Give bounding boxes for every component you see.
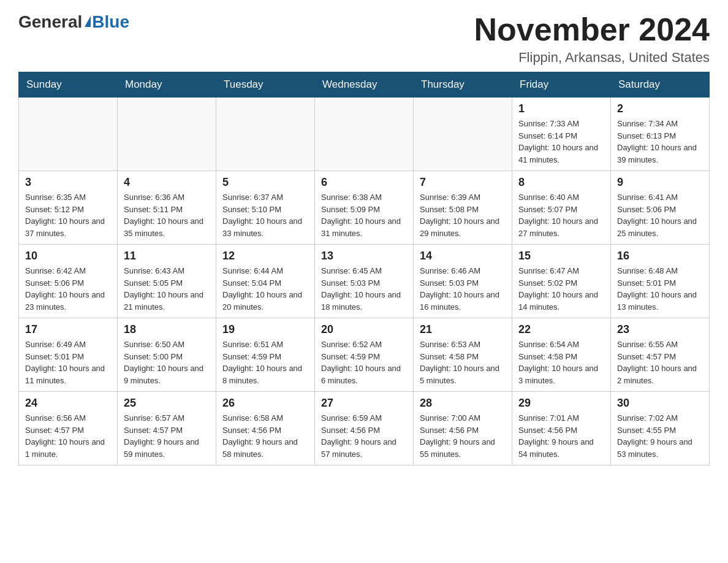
day-info: Sunrise: 6:51 AMSunset: 4:59 PMDaylight:… [222, 339, 308, 386]
day-info: Sunrise: 6:36 AMSunset: 5:11 PMDaylight:… [124, 191, 210, 239]
calendar-cell: 15Sunrise: 6:47 AMSunset: 5:02 PMDayligh… [512, 245, 611, 318]
day-info: Sunrise: 6:59 AMSunset: 4:56 PMDaylight:… [321, 412, 407, 460]
calendar-cell: 17Sunrise: 6:49 AMSunset: 5:01 PMDayligh… [19, 318, 118, 392]
calendar-cell: 6Sunrise: 6:38 AMSunset: 5:09 PMDaylight… [315, 171, 414, 245]
calendar-cell: 11Sunrise: 6:43 AMSunset: 5:05 PMDayligh… [118, 245, 216, 318]
day-number: 30 [617, 397, 703, 410]
calendar-cell: 4Sunrise: 6:36 AMSunset: 5:11 PMDaylight… [118, 171, 216, 245]
day-number: 26 [222, 397, 308, 410]
day-number: 21 [420, 323, 506, 336]
day-number: 29 [518, 397, 604, 410]
calendar-cell: 5Sunrise: 6:37 AMSunset: 5:10 PMDaylight… [216, 171, 315, 245]
day-number: 24 [25, 397, 111, 410]
day-info: Sunrise: 6:46 AMSunset: 5:03 PMDaylight:… [420, 265, 506, 313]
day-number: 15 [518, 250, 604, 262]
day-number: 10 [25, 250, 111, 262]
day-info: Sunrise: 7:01 AMSunset: 4:56 PMDaylight:… [518, 412, 604, 460]
day-number: 8 [518, 176, 604, 189]
day-number: 18 [124, 323, 210, 336]
calendar-cell: 22Sunrise: 6:54 AMSunset: 4:58 PMDayligh… [512, 318, 611, 392]
week-row-3: 10Sunrise: 6:42 AMSunset: 5:06 PMDayligh… [19, 245, 710, 318]
day-info: Sunrise: 6:48 AMSunset: 5:01 PMDaylight:… [617, 265, 703, 313]
weekday-header-monday: Monday [118, 72, 216, 98]
location-title: Flippin, Arkansas, United States [474, 50, 710, 66]
week-row-4: 17Sunrise: 6:49 AMSunset: 5:01 PMDayligh… [19, 318, 710, 392]
calendar-cell: 8Sunrise: 6:40 AMSunset: 5:07 PMDaylight… [512, 171, 611, 245]
day-number: 9 [617, 176, 703, 189]
calendar-cell: 16Sunrise: 6:48 AMSunset: 5:01 PMDayligh… [611, 245, 710, 318]
day-number: 2 [617, 102, 703, 115]
day-info: Sunrise: 6:35 AMSunset: 5:12 PMDaylight:… [25, 191, 111, 239]
calendar-cell: 1Sunrise: 7:33 AMSunset: 6:14 PMDaylight… [512, 98, 611, 171]
calendar-cell: 24Sunrise: 6:56 AMSunset: 4:57 PMDayligh… [19, 392, 118, 465]
day-number: 28 [420, 397, 506, 410]
day-info: Sunrise: 6:50 AMSunset: 5:00 PMDaylight:… [124, 339, 210, 386]
calendar-cell [315, 98, 414, 171]
day-number: 23 [617, 323, 703, 336]
day-info: Sunrise: 6:37 AMSunset: 5:10 PMDaylight:… [222, 191, 308, 239]
day-number: 16 [617, 250, 703, 262]
day-info: Sunrise: 6:42 AMSunset: 5:06 PMDaylight:… [25, 265, 111, 313]
day-info: Sunrise: 7:00 AMSunset: 4:56 PMDaylight:… [420, 412, 506, 460]
calendar-cell: 14Sunrise: 6:46 AMSunset: 5:03 PMDayligh… [414, 245, 512, 318]
day-info: Sunrise: 6:56 AMSunset: 4:57 PMDaylight:… [25, 412, 111, 460]
calendar-cell: 2Sunrise: 7:34 AMSunset: 6:13 PMDaylight… [611, 98, 710, 171]
day-number: 5 [222, 176, 308, 189]
day-info: Sunrise: 6:54 AMSunset: 4:58 PMDaylight:… [518, 339, 604, 386]
day-number: 19 [222, 323, 308, 336]
calendar-cell: 10Sunrise: 6:42 AMSunset: 5:06 PMDayligh… [19, 245, 118, 318]
calendar-cell: 28Sunrise: 7:00 AMSunset: 4:56 PMDayligh… [414, 392, 512, 465]
calendar-cell: 13Sunrise: 6:45 AMSunset: 5:03 PMDayligh… [315, 245, 414, 318]
calendar-cell: 20Sunrise: 6:52 AMSunset: 4:59 PMDayligh… [315, 318, 414, 392]
month-title: November 2024 [474, 12, 710, 47]
day-info: Sunrise: 6:52 AMSunset: 4:59 PMDaylight:… [321, 339, 407, 386]
calendar-cell: 25Sunrise: 6:57 AMSunset: 4:57 PMDayligh… [118, 392, 216, 465]
day-info: Sunrise: 6:53 AMSunset: 4:58 PMDaylight:… [420, 339, 506, 386]
day-number: 25 [124, 397, 210, 410]
day-number: 4 [124, 176, 210, 189]
logo-general-text: General [18, 12, 82, 32]
day-info: Sunrise: 7:34 AMSunset: 6:13 PMDaylight:… [617, 118, 703, 166]
day-number: 14 [420, 250, 506, 262]
day-info: Sunrise: 6:44 AMSunset: 5:04 PMDaylight:… [222, 265, 308, 313]
day-number: 20 [321, 323, 407, 336]
calendar-cell: 3Sunrise: 6:35 AMSunset: 5:12 PMDaylight… [19, 171, 118, 245]
day-info: Sunrise: 6:38 AMSunset: 5:09 PMDaylight:… [321, 191, 407, 239]
day-info: Sunrise: 6:40 AMSunset: 5:07 PMDaylight:… [518, 191, 604, 239]
week-row-2: 3Sunrise: 6:35 AMSunset: 5:12 PMDaylight… [19, 171, 710, 245]
calendar-cell: 27Sunrise: 6:59 AMSunset: 4:56 PMDayligh… [315, 392, 414, 465]
weekday-header-tuesday: Tuesday [216, 72, 315, 98]
logo: General Blue [18, 12, 129, 32]
day-info: Sunrise: 6:57 AMSunset: 4:57 PMDaylight:… [124, 412, 210, 460]
calendar-cell [118, 98, 216, 171]
logo-blue-text: Blue [92, 12, 129, 32]
page-header: General Blue November 2024 Flippin, Arka… [18, 12, 710, 66]
day-number: 1 [518, 102, 604, 115]
day-number: 13 [321, 250, 407, 262]
day-info: Sunrise: 6:45 AMSunset: 5:03 PMDaylight:… [321, 265, 407, 313]
weekday-header-thursday: Thursday [414, 72, 512, 98]
day-number: 3 [25, 176, 111, 189]
day-number: 17 [25, 323, 111, 336]
weekday-header-sunday: Sunday [19, 72, 118, 98]
day-info: Sunrise: 6:43 AMSunset: 5:05 PMDaylight:… [124, 265, 210, 313]
week-row-1: 1Sunrise: 7:33 AMSunset: 6:14 PMDaylight… [19, 98, 710, 171]
day-number: 27 [321, 397, 407, 410]
calendar-cell: 30Sunrise: 7:02 AMSunset: 4:55 PMDayligh… [611, 392, 710, 465]
day-info: Sunrise: 6:58 AMSunset: 4:56 PMDaylight:… [222, 412, 308, 460]
day-number: 22 [518, 323, 604, 336]
weekday-header-friday: Friday [512, 72, 611, 98]
calendar-cell: 7Sunrise: 6:39 AMSunset: 5:08 PMDaylight… [414, 171, 512, 245]
calendar-cell: 9Sunrise: 6:41 AMSunset: 5:06 PMDaylight… [611, 171, 710, 245]
weekday-header-saturday: Saturday [611, 72, 710, 98]
calendar-cell [216, 98, 315, 171]
day-info: Sunrise: 6:49 AMSunset: 5:01 PMDaylight:… [25, 339, 111, 386]
calendar-cell: 18Sunrise: 6:50 AMSunset: 5:00 PMDayligh… [118, 318, 216, 392]
day-info: Sunrise: 6:39 AMSunset: 5:08 PMDaylight:… [420, 191, 506, 239]
calendar-cell: 23Sunrise: 6:55 AMSunset: 4:57 PMDayligh… [611, 318, 710, 392]
calendar-cell: 21Sunrise: 6:53 AMSunset: 4:58 PMDayligh… [414, 318, 512, 392]
calendar-cell: 26Sunrise: 6:58 AMSunset: 4:56 PMDayligh… [216, 392, 315, 465]
calendar-table: SundayMondayTuesdayWednesdayThursdayFrid… [18, 72, 710, 465]
weekday-header-row: SundayMondayTuesdayWednesdayThursdayFrid… [19, 72, 710, 98]
calendar-cell [414, 98, 512, 171]
